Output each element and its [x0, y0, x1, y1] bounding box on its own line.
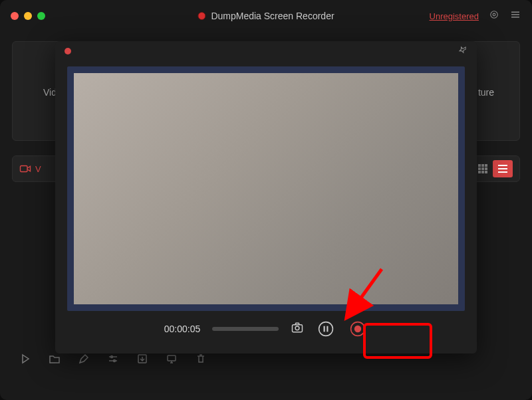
recording-panel: 00:00:05 [55, 41, 477, 353]
list-icon [497, 163, 508, 174]
sliders-icon[interactable] [108, 353, 118, 367]
pencil-icon[interactable] [78, 353, 89, 367]
view-switch [473, 160, 513, 177]
stop-button[interactable] [348, 319, 368, 339]
bottom-toolbar [20, 353, 206, 367]
pause-icon [317, 320, 334, 338]
unregistered-link[interactable]: Unregistered [430, 11, 479, 21]
recording-progress-bar[interactable] [212, 327, 279, 331]
svg-rect-16 [498, 168, 507, 169]
stop-icon [349, 320, 366, 338]
svg-rect-8 [485, 164, 487, 167]
svg-rect-11 [485, 167, 487, 170]
trash-icon[interactable] [196, 353, 206, 367]
app-title-group: DumpMedia Screen Recorder [198, 11, 334, 21]
svg-point-29 [319, 322, 333, 336]
download-icon[interactable] [137, 353, 148, 367]
svg-rect-14 [485, 171, 487, 173]
svg-point-33 [354, 326, 361, 332]
svg-rect-17 [498, 171, 507, 173]
svg-rect-31 [327, 326, 329, 332]
main-window: DumpMedia Screen Recorder Unregistered V… [0, 0, 532, 400]
svg-marker-18 [23, 355, 29, 363]
list-view-button[interactable] [493, 160, 513, 177]
svg-rect-6 [478, 164, 481, 167]
svg-rect-5 [21, 166, 28, 172]
svg-rect-12 [478, 171, 481, 173]
camcorder-icon [19, 164, 31, 173]
screen-icon[interactable] [166, 353, 177, 367]
recording-preview [67, 66, 465, 311]
svg-rect-30 [324, 326, 325, 332]
titlebar-right: Unregistered [430, 9, 521, 23]
svg-rect-7 [481, 164, 484, 167]
recording-controls: 00:00:05 [55, 311, 477, 347]
svg-point-0 [491, 11, 498, 19]
panel-close-button[interactable] [65, 48, 71, 54]
grid-icon [477, 163, 488, 174]
traffic-lights [11, 12, 45, 20]
svg-rect-10 [481, 167, 484, 170]
pin-icon[interactable] [458, 45, 467, 57]
svg-rect-9 [478, 167, 481, 170]
gear-icon[interactable] [488, 9, 500, 23]
pause-button[interactable] [316, 319, 336, 339]
folder-icon[interactable] [49, 353, 60, 367]
record-indicator-icon [198, 12, 205, 20]
app-title: DumpMedia Screen Recorder [211, 11, 334, 21]
hamburger-icon[interactable] [509, 9, 521, 23]
svg-rect-24 [168, 355, 176, 361]
close-window-button[interactable] [11, 12, 19, 20]
play-icon[interactable] [20, 353, 31, 367]
screenshot-button[interactable] [291, 321, 304, 337]
recording-panel-header [55, 41, 477, 61]
minimize-window-button[interactable] [24, 12, 32, 20]
camera-icon [291, 321, 304, 334]
recording-timer: 00:00:05 [164, 324, 201, 334]
svg-point-28 [295, 326, 299, 330]
svg-point-1 [493, 13, 495, 16]
svg-rect-13 [481, 171, 484, 173]
titlebar: DumpMedia Screen Recorder Unregistered [0, 0, 532, 32]
maximize-window-button[interactable] [37, 12, 45, 20]
videos-tab[interactable]: V [19, 164, 41, 174]
mode-label-capture-partial: ture [478, 87, 494, 98]
svg-rect-15 [498, 165, 507, 166]
videos-tab-label: V [35, 164, 41, 174]
